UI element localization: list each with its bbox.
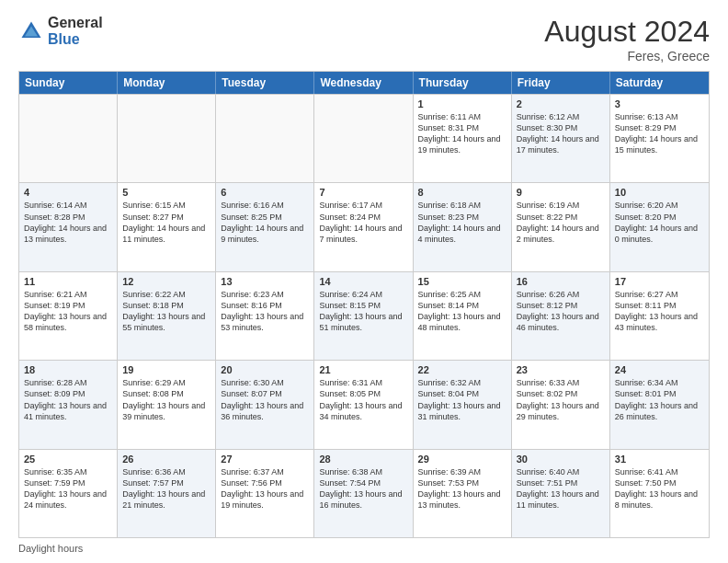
- day-number: 12: [122, 276, 210, 287]
- cell-content: Sunrise: 6:22 AM Sunset: 8:18 PM Dayligh…: [122, 289, 210, 334]
- logo: General Blue: [18, 15, 103, 47]
- day-number: 2: [517, 98, 605, 109]
- day-number: 7: [319, 187, 407, 198]
- calendar-cell: 30Sunrise: 6:40 AM Sunset: 7:51 PM Dayli…: [512, 450, 610, 537]
- calendar-cell: [118, 95, 216, 182]
- cell-content: Sunrise: 6:11 AM Sunset: 8:31 PM Dayligh…: [418, 111, 506, 156]
- day-number: 24: [615, 364, 704, 375]
- day-number: 4: [24, 187, 112, 198]
- calendar-cell: 8Sunrise: 6:18 AM Sunset: 8:23 PM Daylig…: [414, 183, 512, 270]
- logo-icon: [18, 18, 44, 44]
- calendar-cell: 3Sunrise: 6:13 AM Sunset: 8:29 PM Daylig…: [610, 95, 709, 182]
- cell-content: Sunrise: 6:18 AM Sunset: 8:23 PM Dayligh…: [418, 200, 506, 245]
- day-number: 8: [418, 187, 506, 198]
- calendar-cell: 28Sunrise: 6:38 AM Sunset: 7:54 PM Dayli…: [314, 450, 413, 537]
- calendar-row: 18Sunrise: 6:28 AM Sunset: 8:09 PM Dayli…: [19, 360, 709, 448]
- calendar-cell: 27Sunrise: 6:37 AM Sunset: 7:56 PM Dayli…: [216, 450, 314, 537]
- calendar-cell: 10Sunrise: 6:20 AM Sunset: 8:20 PM Dayli…: [610, 183, 709, 270]
- day-number: 6: [221, 187, 309, 198]
- calendar-cell: 7Sunrise: 6:17 AM Sunset: 8:24 PM Daylig…: [314, 183, 413, 270]
- calendar-cell: 16Sunrise: 6:26 AM Sunset: 8:12 PM Dayli…: [512, 272, 610, 360]
- day-number: 1: [418, 98, 506, 109]
- calendar-cell: 19Sunrise: 6:29 AM Sunset: 8:08 PM Dayli…: [118, 361, 216, 448]
- calendar-cell: 9Sunrise: 6:19 AM Sunset: 8:22 PM Daylig…: [512, 183, 610, 270]
- calendar-cell: 4Sunrise: 6:14 AM Sunset: 8:28 PM Daylig…: [19, 183, 118, 270]
- logo-text: General Blue: [48, 15, 103, 47]
- calendar-body: 1Sunrise: 6:11 AM Sunset: 8:31 PM Daylig…: [19, 94, 709, 537]
- calendar-header-day: Thursday: [414, 72, 512, 94]
- cell-content: Sunrise: 6:12 AM Sunset: 8:30 PM Dayligh…: [517, 111, 605, 156]
- calendar-cell: 31Sunrise: 6:41 AM Sunset: 7:50 PM Dayli…: [610, 450, 709, 537]
- day-number: 29: [418, 454, 506, 465]
- day-number: 31: [615, 454, 704, 465]
- calendar-header: SundayMondayTuesdayWednesdayThursdayFrid…: [19, 72, 709, 94]
- cell-content: Sunrise: 6:21 AM Sunset: 8:19 PM Dayligh…: [24, 289, 112, 334]
- calendar-header-day: Friday: [512, 72, 610, 94]
- cell-content: Sunrise: 6:30 AM Sunset: 8:07 PM Dayligh…: [221, 377, 309, 422]
- day-number: 11: [24, 276, 112, 287]
- calendar-header-day: Sunday: [19, 72, 118, 94]
- day-number: 13: [221, 276, 309, 287]
- cell-content: Sunrise: 6:26 AM Sunset: 8:12 PM Dayligh…: [517, 289, 605, 334]
- calendar-cell: 5Sunrise: 6:15 AM Sunset: 8:27 PM Daylig…: [118, 183, 216, 270]
- day-number: 20: [221, 364, 309, 375]
- day-number: 14: [319, 276, 407, 287]
- day-number: 22: [418, 364, 506, 375]
- day-number: 26: [122, 454, 210, 465]
- header: General Blue August 2024 Feres, Greece: [18, 15, 710, 63]
- day-number: 5: [122, 187, 210, 198]
- cell-content: Sunrise: 6:37 AM Sunset: 7:56 PM Dayligh…: [221, 466, 309, 511]
- day-number: 15: [418, 276, 506, 287]
- calendar-header-day: Monday: [118, 72, 216, 94]
- cell-content: Sunrise: 6:17 AM Sunset: 8:24 PM Dayligh…: [319, 200, 407, 245]
- calendar: SundayMondayTuesdayWednesdayThursdayFrid…: [18, 71, 710, 538]
- day-number: 19: [122, 364, 210, 375]
- calendar-cell: 15Sunrise: 6:25 AM Sunset: 8:14 PM Dayli…: [414, 272, 512, 360]
- calendar-header-day: Tuesday: [216, 72, 314, 94]
- calendar-row: 4Sunrise: 6:14 AM Sunset: 8:28 PM Daylig…: [19, 182, 709, 270]
- calendar-cell: 11Sunrise: 6:21 AM Sunset: 8:19 PM Dayli…: [19, 272, 118, 360]
- logo-blue: Blue: [48, 31, 103, 48]
- calendar-cell: 23Sunrise: 6:33 AM Sunset: 8:02 PM Dayli…: [512, 361, 610, 448]
- calendar-cell: 26Sunrise: 6:36 AM Sunset: 7:57 PM Dayli…: [118, 450, 216, 537]
- cell-content: Sunrise: 6:33 AM Sunset: 8:02 PM Dayligh…: [517, 377, 605, 422]
- cell-content: Sunrise: 6:35 AM Sunset: 7:59 PM Dayligh…: [24, 466, 112, 511]
- cell-content: Sunrise: 6:16 AM Sunset: 8:25 PM Dayligh…: [221, 200, 309, 245]
- day-number: 23: [517, 364, 605, 375]
- day-number: 10: [615, 187, 704, 198]
- cell-content: Sunrise: 6:29 AM Sunset: 8:08 PM Dayligh…: [122, 377, 210, 422]
- calendar-cell: 1Sunrise: 6:11 AM Sunset: 8:31 PM Daylig…: [414, 95, 512, 182]
- calendar-header-day: Wednesday: [314, 72, 413, 94]
- footer-note: Daylight hours: [18, 543, 710, 554]
- cell-content: Sunrise: 6:20 AM Sunset: 8:20 PM Dayligh…: [615, 200, 704, 245]
- cell-content: Sunrise: 6:23 AM Sunset: 8:16 PM Dayligh…: [221, 289, 309, 334]
- cell-content: Sunrise: 6:15 AM Sunset: 8:27 PM Dayligh…: [122, 200, 210, 245]
- calendar-cell: 21Sunrise: 6:31 AM Sunset: 8:05 PM Dayli…: [314, 361, 413, 448]
- cell-content: Sunrise: 6:39 AM Sunset: 7:53 PM Dayligh…: [418, 466, 506, 511]
- cell-content: Sunrise: 6:19 AM Sunset: 8:22 PM Dayligh…: [517, 200, 605, 245]
- calendar-cell: 17Sunrise: 6:27 AM Sunset: 8:11 PM Dayli…: [610, 272, 709, 360]
- month-year: August 2024: [544, 15, 710, 49]
- cell-content: Sunrise: 6:31 AM Sunset: 8:05 PM Dayligh…: [319, 377, 407, 422]
- calendar-cell: 29Sunrise: 6:39 AM Sunset: 7:53 PM Dayli…: [414, 450, 512, 537]
- cell-content: Sunrise: 6:13 AM Sunset: 8:29 PM Dayligh…: [615, 111, 704, 156]
- calendar-cell: [19, 95, 118, 182]
- cell-content: Sunrise: 6:14 AM Sunset: 8:28 PM Dayligh…: [24, 200, 112, 245]
- calendar-cell: 14Sunrise: 6:24 AM Sunset: 8:15 PM Dayli…: [314, 272, 413, 360]
- cell-content: Sunrise: 6:40 AM Sunset: 7:51 PM Dayligh…: [517, 466, 605, 511]
- cell-content: Sunrise: 6:36 AM Sunset: 7:57 PM Dayligh…: [122, 466, 210, 511]
- cell-content: Sunrise: 6:27 AM Sunset: 8:11 PM Dayligh…: [615, 289, 704, 334]
- cell-content: Sunrise: 6:38 AM Sunset: 7:54 PM Dayligh…: [319, 466, 407, 511]
- calendar-cell: [314, 95, 413, 182]
- day-number: 25: [24, 454, 112, 465]
- cell-content: Sunrise: 6:32 AM Sunset: 8:04 PM Dayligh…: [418, 377, 506, 422]
- cell-content: Sunrise: 6:25 AM Sunset: 8:14 PM Dayligh…: [418, 289, 506, 334]
- day-number: 3: [615, 98, 704, 109]
- logo-general: General: [48, 15, 103, 31]
- calendar-cell: 13Sunrise: 6:23 AM Sunset: 8:16 PM Dayli…: [216, 272, 314, 360]
- calendar-row: 25Sunrise: 6:35 AM Sunset: 7:59 PM Dayli…: [19, 449, 709, 537]
- location: Feres, Greece: [544, 49, 710, 63]
- calendar-cell: 2Sunrise: 6:12 AM Sunset: 8:30 PM Daylig…: [512, 95, 610, 182]
- calendar-cell: 18Sunrise: 6:28 AM Sunset: 8:09 PM Dayli…: [19, 361, 118, 448]
- calendar-cell: 6Sunrise: 6:16 AM Sunset: 8:25 PM Daylig…: [216, 183, 314, 270]
